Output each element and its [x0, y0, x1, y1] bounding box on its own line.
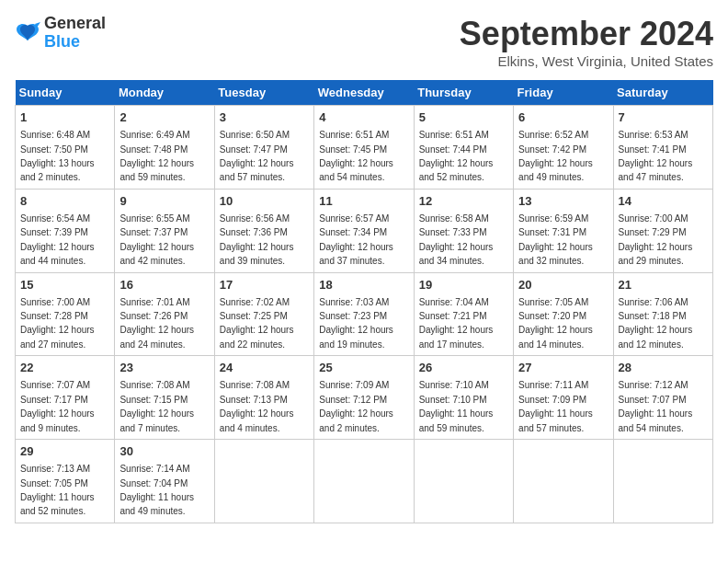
day-number: 15 — [20, 277, 109, 293]
day-number: 2 — [119, 109, 209, 126]
week-row-2: 8 Sunrise: 6:54 AMSunset: 7:39 PMDayligh… — [16, 189, 713, 272]
day-info: Sunrise: 7:08 AMSunset: 7:13 PMDaylight:… — [220, 380, 294, 432]
calendar-cell: 18 Sunrise: 7:03 AMSunset: 7:23 PMDaylig… — [314, 272, 414, 356]
col-monday: Monday — [115, 80, 214, 106]
day-info: Sunrise: 7:02 AMSunset: 7:25 PMDaylight:… — [220, 297, 294, 350]
day-info: Sunrise: 7:08 AMSunset: 7:15 PMDaylight:… — [119, 380, 194, 432]
day-info: Sunrise: 7:06 AMSunset: 7:18 PMDaylight:… — [619, 297, 693, 350]
day-number: 5 — [419, 109, 508, 126]
day-number: 1 — [20, 109, 109, 126]
day-info: Sunrise: 6:53 AMSunset: 7:41 PMDaylight:… — [619, 130, 693, 182]
day-info: Sunrise: 6:52 AMSunset: 7:42 PMDaylight:… — [518, 130, 593, 182]
calendar-cell: 7 Sunrise: 6:53 AMSunset: 7:41 PMDayligh… — [613, 106, 712, 190]
calendar-cell: 6 Sunrise: 6:52 AMSunset: 7:42 PMDayligh… — [514, 106, 613, 190]
day-number: 18 — [319, 277, 408, 293]
day-info: Sunrise: 6:51 AMSunset: 7:44 PMDaylight:… — [419, 130, 494, 182]
col-tuesday: Tuesday — [214, 80, 313, 106]
col-thursday: Thursday — [414, 80, 513, 106]
day-number: 11 — [319, 193, 408, 210]
day-info: Sunrise: 7:03 AMSunset: 7:23 PMDaylight:… — [319, 297, 393, 350]
day-number: 29 — [20, 443, 109, 460]
day-number: 12 — [419, 193, 508, 210]
calendar-table: Sunday Monday Tuesday Wednesday Thursday… — [15, 80, 713, 523]
day-info: Sunrise: 7:04 AMSunset: 7:21 PMDaylight:… — [419, 297, 494, 350]
day-info: Sunrise: 7:07 AMSunset: 7:17 PMDaylight:… — [20, 380, 95, 432]
calendar-cell: 30 Sunrise: 7:14 AMSunset: 7:04 PMDaylig… — [115, 440, 214, 523]
day-info: Sunrise: 6:50 AMSunset: 7:47 PMDaylight:… — [220, 130, 294, 182]
calendar-cell: 9 Sunrise: 6:55 AMSunset: 7:37 PMDayligh… — [115, 189, 214, 272]
col-friday: Friday — [514, 80, 613, 106]
col-wednesday: Wednesday — [314, 80, 414, 106]
day-number: 21 — [619, 277, 708, 293]
day-number: 22 — [20, 360, 109, 376]
day-info: Sunrise: 6:59 AMSunset: 7:31 PMDaylight:… — [518, 213, 593, 266]
calendar-cell: 20 Sunrise: 7:05 AMSunset: 7:20 PMDaylig… — [514, 272, 613, 356]
calendar-cell: 2 Sunrise: 6:49 AMSunset: 7:48 PMDayligh… — [115, 106, 214, 190]
day-info: Sunrise: 6:55 AMSunset: 7:37 PMDaylight:… — [119, 213, 194, 266]
day-number: 13 — [518, 193, 608, 210]
day-number: 20 — [518, 277, 608, 293]
week-row-4: 22 Sunrise: 7:07 AMSunset: 7:17 PMDaylig… — [16, 356, 713, 440]
calendar-cell: 13 Sunrise: 6:59 AMSunset: 7:31 PMDaylig… — [514, 189, 613, 272]
calendar-cell: 21 Sunrise: 7:06 AMSunset: 7:18 PMDaylig… — [613, 272, 712, 356]
day-info: Sunrise: 6:51 AMSunset: 7:45 PMDaylight:… — [319, 130, 393, 182]
day-number: 14 — [619, 193, 708, 210]
day-number: 23 — [119, 360, 209, 376]
day-info: Sunrise: 6:48 AMSunset: 7:50 PMDaylight:… — [20, 130, 95, 182]
day-number: 16 — [119, 277, 209, 293]
day-info: Sunrise: 7:05 AMSunset: 7:20 PMDaylight:… — [518, 297, 593, 350]
calendar-cell: 19 Sunrise: 7:04 AMSunset: 7:21 PMDaylig… — [414, 272, 513, 356]
day-info: Sunrise: 7:11 AMSunset: 7:09 PMDaylight:… — [518, 380, 593, 432]
col-sunday: Sunday — [16, 80, 115, 106]
calendar-cell: 5 Sunrise: 6:51 AMSunset: 7:44 PMDayligh… — [414, 106, 513, 190]
calendar-cell: 27 Sunrise: 7:11 AMSunset: 7:09 PMDaylig… — [514, 356, 613, 440]
calendar-cell: 17 Sunrise: 7:02 AMSunset: 7:25 PMDaylig… — [214, 272, 313, 356]
day-info: Sunrise: 6:56 AMSunset: 7:36 PMDaylight:… — [220, 213, 294, 266]
logo-text: General Blue — [44, 15, 106, 52]
month-title: September 2024 — [460, 15, 713, 53]
day-number: 30 — [119, 443, 209, 460]
week-row-3: 15 Sunrise: 7:00 AMSunset: 7:28 PMDaylig… — [16, 272, 713, 356]
calendar-cell: 12 Sunrise: 6:58 AMSunset: 7:33 PMDaylig… — [414, 189, 513, 272]
calendar-cell: 23 Sunrise: 7:08 AMSunset: 7:15 PMDaylig… — [115, 356, 214, 440]
page-header: General Blue September 2024 Elkins, West… — [15, 15, 713, 69]
day-info: Sunrise: 7:12 AMSunset: 7:07 PMDaylight:… — [619, 380, 693, 432]
week-row-1: 1 Sunrise: 6:48 AMSunset: 7:50 PMDayligh… — [16, 106, 713, 190]
day-info: Sunrise: 7:01 AMSunset: 7:26 PMDaylight:… — [119, 297, 194, 350]
calendar-cell: 15 Sunrise: 7:00 AMSunset: 7:28 PMDaylig… — [16, 272, 115, 356]
calendar-cell: 26 Sunrise: 7:10 AMSunset: 7:10 PMDaylig… — [414, 356, 513, 440]
calendar-cell — [314, 440, 414, 523]
day-number: 24 — [220, 360, 309, 376]
header-row: Sunday Monday Tuesday Wednesday Thursday… — [16, 80, 713, 106]
day-number: 19 — [419, 277, 508, 293]
day-info: Sunrise: 6:58 AMSunset: 7:33 PMDaylight:… — [419, 213, 494, 266]
calendar-cell: 25 Sunrise: 7:09 AMSunset: 7:12 PMDaylig… — [314, 356, 414, 440]
calendar-cell — [414, 440, 513, 523]
calendar-cell — [514, 440, 613, 523]
day-number: 26 — [419, 360, 508, 376]
col-saturday: Saturday — [613, 80, 712, 106]
day-info: Sunrise: 7:10 AMSunset: 7:10 PMDaylight:… — [419, 380, 494, 432]
day-number: 9 — [119, 193, 209, 210]
day-info: Sunrise: 6:54 AMSunset: 7:39 PMDaylight:… — [20, 213, 95, 266]
day-info: Sunrise: 7:09 AMSunset: 7:12 PMDaylight:… — [319, 380, 393, 432]
day-number: 7 — [619, 109, 708, 126]
calendar-cell: 22 Sunrise: 7:07 AMSunset: 7:17 PMDaylig… — [16, 356, 115, 440]
location-title: Elkins, West Virginia, United States — [460, 53, 713, 69]
calendar-cell: 29 Sunrise: 7:13 AMSunset: 7:05 PMDaylig… — [16, 440, 115, 523]
day-number: 10 — [220, 193, 309, 210]
calendar-cell: 14 Sunrise: 7:00 AMSunset: 7:29 PMDaylig… — [613, 189, 712, 272]
calendar-cell: 28 Sunrise: 7:12 AMSunset: 7:07 PMDaylig… — [613, 356, 712, 440]
calendar-cell: 1 Sunrise: 6:48 AMSunset: 7:50 PMDayligh… — [16, 106, 115, 190]
calendar-cell: 4 Sunrise: 6:51 AMSunset: 7:45 PMDayligh… — [314, 106, 414, 190]
logo: General Blue — [15, 15, 106, 52]
day-number: 28 — [619, 360, 708, 376]
day-info: Sunrise: 6:49 AMSunset: 7:48 PMDaylight:… — [119, 130, 194, 182]
logo-bird-icon — [15, 22, 40, 44]
day-number: 25 — [319, 360, 408, 376]
calendar-cell: 11 Sunrise: 6:57 AMSunset: 7:34 PMDaylig… — [314, 189, 414, 272]
day-number: 17 — [220, 277, 309, 293]
day-number: 27 — [518, 360, 608, 376]
day-number: 8 — [20, 193, 109, 210]
day-info: Sunrise: 6:57 AMSunset: 7:34 PMDaylight:… — [319, 213, 393, 266]
